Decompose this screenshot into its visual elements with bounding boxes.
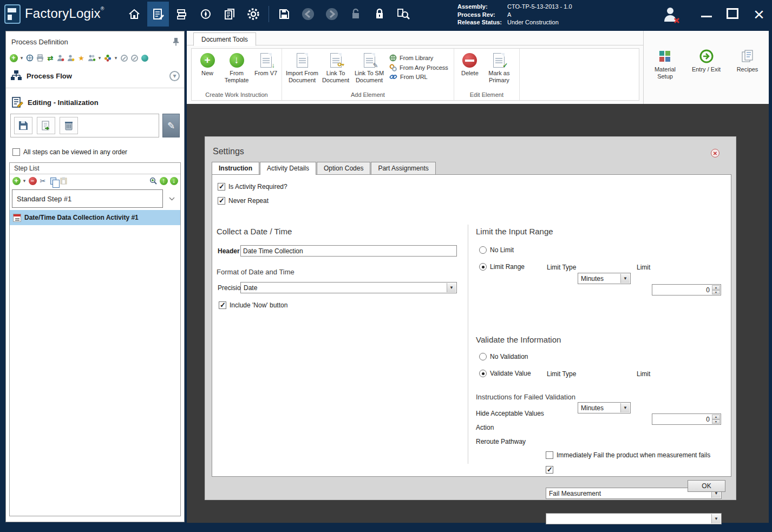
limit-spinner[interactable]: 0 ▲▼ [652,284,721,295]
precision-select[interactable]: Date ▼ [240,282,457,293]
spin-up-icon[interactable]: ▲ [712,415,720,419]
step-chevron-icon[interactable] [166,197,177,201]
add-caret-icon[interactable]: ▾ [19,53,24,63]
close-button[interactable]: × [749,4,769,24]
no-validation-radio[interactable] [479,353,487,360]
add-step-icon[interactable]: + [12,176,21,186]
sync-icon[interactable]: ⇄ [46,53,55,63]
from-v7-button[interactable]: ↓ From V7 [253,52,278,77]
paste-icon[interactable] [59,176,68,186]
any-order-checkbox[interactable] [12,148,20,156]
remove-step-icon[interactable]: − [28,176,37,186]
from-library-button[interactable]: From Library [389,54,448,62]
material-setup-button[interactable]: Material Setup [649,49,682,104]
tab-instruction[interactable]: Instruction [212,162,259,174]
designer-icon[interactable] [25,53,34,63]
from-url-button[interactable]: From URL [389,74,448,80]
documents-icon[interactable] [219,2,240,27]
settings-gear-icon[interactable] [243,2,264,27]
production-icon[interactable] [171,2,193,27]
required-checkbox[interactable] [218,183,225,191]
delete-step-button[interactable] [60,117,78,134]
spin-up-icon[interactable]: ▲ [712,285,720,290]
forward-icon[interactable] [321,2,343,27]
reroute-pathway-select[interactable]: ▼ [546,513,722,524]
entry-exit-button[interactable]: Entry / Exit [690,49,723,104]
add-step-caret-icon[interactable]: ▾ [22,176,27,186]
precision-value: Date [244,284,257,292]
process-definition-icon[interactable] [147,2,169,27]
disabled-circle-icon[interactable] [120,53,128,63]
limit-type-select[interactable]: Minutes ▼ [578,273,631,284]
minimize-button[interactable] [697,4,716,23]
link-to-sm-document-button[interactable]: ✎ Link To SM Document [352,52,386,83]
team-caret-icon[interactable]: ▾ [97,53,102,63]
edit-mode-toggle-button[interactable]: ✎ [162,114,180,137]
move-up-icon[interactable]: ↑ [159,176,168,186]
ribbon-tabstrip: Document Tools [187,31,643,45]
validate-limit-label: Limit [637,370,650,378]
save-icon[interactable] [273,2,295,27]
save-step-button[interactable] [14,117,32,134]
link-to-document-button[interactable]: Link To Document [319,52,352,83]
user-location-icon[interactable] [56,53,65,63]
audit-search-icon[interactable] [392,2,414,27]
ok-button[interactable]: OK [688,480,725,492]
group-label-add-element: Add Element [285,91,450,100]
from-any-process-button[interactable]: From Any Process [389,64,448,71]
pin-icon[interactable] [172,37,180,46]
no-limit-radio[interactable] [479,246,487,254]
process-flow-row[interactable]: Process Flow ▾ [10,67,180,84]
header-input[interactable] [240,245,457,257]
validate-limit-type-select[interactable]: Minutes ▼ [578,402,631,413]
validate-value-radio[interactable] [479,370,487,377]
recipes-button[interactable]: Recipes [731,49,764,104]
hide-acceptable-checkbox[interactable] [546,466,553,474]
dispatch-icon[interactable] [195,2,217,27]
import-from-document-button[interactable]: Import From Document [285,52,319,83]
validate-value-label: Validate Value [490,370,531,377]
tab-activity-details[interactable]: Activity Details [260,162,316,174]
collapse-down-icon[interactable]: ▾ [169,71,180,81]
from-template-button[interactable]: ↓ From Template [220,52,253,83]
include-now-checkbox[interactable] [219,301,226,309]
spin-down-icon[interactable]: ▼ [712,290,720,295]
never-repeat-checkbox[interactable] [218,197,225,205]
immediately-fail-checkbox[interactable] [546,451,553,459]
move-down-icon[interactable]: ↓ [169,176,178,186]
print-icon[interactable] [36,53,44,63]
copy-icon[interactable] [49,176,57,186]
spin-down-icon[interactable]: ▼ [712,419,720,424]
maximize-button[interactable] [723,4,742,23]
team-icon[interactable] [87,53,96,63]
validate-limit-spinner[interactable]: 0 ▲▼ [652,413,721,425]
new-button[interactable]: + New [195,52,220,77]
user-idea-icon[interactable] [67,53,75,63]
user-status-icon[interactable] [662,5,681,24]
add-icon[interactable]: + [9,53,18,63]
registered-mark: ® [101,6,104,11]
unlock-icon[interactable] [345,2,367,27]
highlight-icon[interactable]: ★ [77,53,86,63]
back-icon[interactable] [297,2,319,27]
pinwheel-icon[interactable] [103,53,112,63]
import-step-button[interactable] [37,117,55,134]
cut-icon[interactable]: ✂ [38,176,47,186]
process-flow-icon [10,70,22,82]
pinwheel-caret-icon[interactable]: ▾ [114,53,118,63]
disabled-circle-icon-2[interactable] [130,53,139,63]
activity-list-item[interactable]: Date/Time Data Collection Activity #1 [10,210,180,225]
tab-part-assignments[interactable]: Part Assignments [371,162,435,174]
target-icon[interactable] [140,53,149,63]
document-tools-tab[interactable]: Document Tools [193,32,256,46]
mark-as-primary-button[interactable]: ✓ Mark as Primary [482,52,516,83]
zoom-icon[interactable] [149,176,158,186]
delete-button[interactable]: Delete [457,52,482,77]
tab-option-codes[interactable]: Option Codes [317,162,370,174]
dialog-close-icon[interactable]: ✕ [711,149,719,157]
lock-icon[interactable] [369,2,390,27]
step-name-box[interactable]: Standard Step #1 [12,189,163,208]
home-icon[interactable] [123,2,145,27]
required-checkbox-row: Is Activity Required? [218,183,287,191]
limit-range-radio[interactable] [479,263,487,271]
